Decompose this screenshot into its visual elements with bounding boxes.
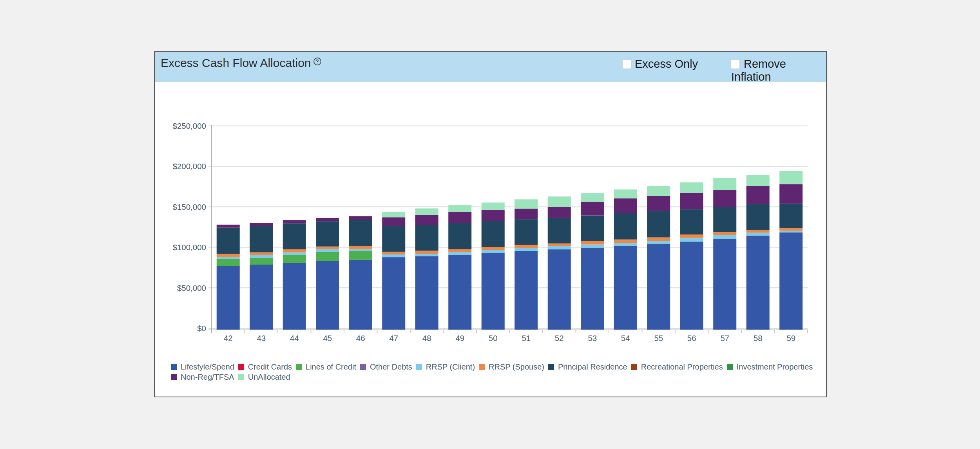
svg-text:54: 54 (621, 334, 630, 343)
svg-text:48: 48 (422, 334, 431, 343)
svg-text:56: 56 (687, 334, 696, 343)
svg-text:44: 44 (290, 334, 299, 343)
svg-text:$150,000: $150,000 (172, 202, 206, 211)
svg-text:59: 59 (786, 334, 795, 343)
svg-text:46: 46 (356, 334, 365, 343)
svg-text:45: 45 (323, 334, 332, 343)
svg-text:42: 42 (224, 334, 233, 343)
svg-text:$50,000: $50,000 (177, 283, 206, 292)
svg-text:$0: $0 (197, 324, 206, 333)
svg-text:49: 49 (455, 334, 464, 343)
svg-text:58: 58 (754, 334, 763, 343)
svg-text:$250,000: $250,000 (172, 121, 206, 130)
svg-text:47: 47 (389, 334, 398, 343)
svg-text:$100,000: $100,000 (172, 243, 206, 252)
svg-text:52: 52 (555, 334, 564, 343)
svg-text:$200,000: $200,000 (172, 162, 206, 171)
svg-text:50: 50 (489, 334, 498, 343)
svg-text:53: 53 (588, 334, 597, 343)
svg-text:43: 43 (257, 334, 266, 343)
svg-text:57: 57 (720, 334, 729, 343)
svg-text:51: 51 (522, 334, 531, 343)
svg-text:55: 55 (654, 334, 663, 343)
